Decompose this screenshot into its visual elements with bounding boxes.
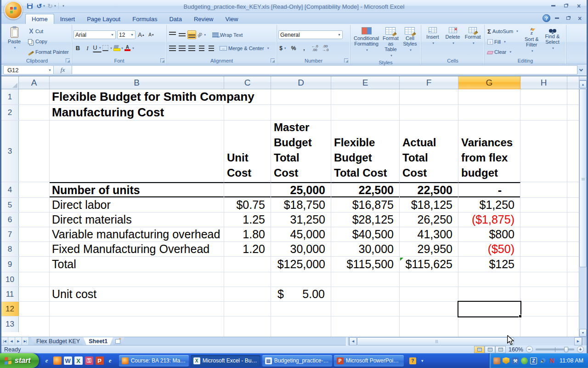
cell-b4[interactable]: Number of units <box>50 182 224 197</box>
cell-d7[interactable]: 45,000 <box>271 227 331 242</box>
cell[interactable] <box>400 287 458 301</box>
cell[interactable] <box>400 272 458 287</box>
cell[interactable] <box>50 316 224 337</box>
cell-d11[interactable]: $ 5.00 <box>271 287 331 301</box>
cell[interactable] <box>520 227 567 242</box>
undo-button[interactable]: ↺ <box>36 2 45 10</box>
font-family-combo[interactable]: Arial▼ <box>74 30 116 39</box>
page-break-view-button[interactable] <box>495 346 506 353</box>
cell[interactable] <box>458 287 520 301</box>
vertical-scrollbar[interactable]: ▲ ▼ <box>579 76 587 337</box>
cell-e5[interactable]: $16,875 <box>331 198 400 212</box>
delete-cells-button[interactable]: Delete <box>443 26 463 57</box>
cell-c8[interactable]: 1.20 <box>224 242 271 256</box>
tab-view[interactable]: View <box>220 14 244 24</box>
fill-button[interactable]: Fill <box>486 39 520 45</box>
column-header-c[interactable]: C <box>224 76 271 89</box>
cell[interactable] <box>19 105 50 120</box>
cell-f8[interactable]: 29,950 <box>400 242 458 256</box>
scroll-right-button[interactable]: ▶ <box>574 337 582 345</box>
shield-icon[interactable] <box>503 357 509 364</box>
align-center-button[interactable] <box>178 44 187 52</box>
zoom-in-button[interactable]: + <box>577 346 584 353</box>
cell[interactable] <box>400 89 458 104</box>
font-color-button[interactable]: A <box>124 44 135 52</box>
cell-g7[interactable]: $800 <box>458 227 520 242</box>
row-header-7[interactable]: 7 <box>1 227 19 242</box>
scroll-up-button[interactable]: ▲ <box>579 80 587 88</box>
cell[interactable] <box>458 316 520 337</box>
borders-button[interactable] <box>102 44 113 52</box>
cell-c5[interactable]: $0.75 <box>224 198 271 212</box>
cell-g6[interactable]: ($1,875) <box>458 213 520 227</box>
word-icon[interactable]: W <box>64 356 72 365</box>
cell-d9[interactable]: $125,000 <box>271 257 331 272</box>
row-header-5[interactable]: 5 <box>1 198 19 212</box>
cell-f6[interactable]: 26,250 <box>400 213 458 227</box>
decrease-indent-button[interactable] <box>197 44 206 52</box>
cell-c6[interactable]: 1.25 <box>224 213 271 227</box>
start-button[interactable]: start <box>0 353 39 368</box>
cell[interactable] <box>224 105 271 120</box>
save-button[interactable] <box>25 2 34 10</box>
cell[interactable] <box>50 272 224 287</box>
cell[interactable] <box>400 316 458 337</box>
row-header-13[interactable]: 13 <box>1 316 19 332</box>
cell[interactable] <box>520 121 567 182</box>
cell[interactable] <box>520 287 567 301</box>
cell-d6[interactable]: 31,250 <box>271 213 331 227</box>
page-layout-view-button[interactable] <box>485 346 495 353</box>
cell[interactable] <box>331 302 400 316</box>
expand-formula-bar-button[interactable] <box>577 65 585 75</box>
underline-button[interactable]: U <box>93 44 102 52</box>
workbook-restore-button[interactable] <box>563 15 573 22</box>
row-header-2[interactable]: 2 <box>1 105 19 120</box>
cell-styles-button[interactable]: Cell Styles <box>401 26 419 60</box>
row-header-6[interactable]: 6 <box>1 213 19 227</box>
cell[interactable] <box>19 257 50 272</box>
split-handle[interactable] <box>579 76 587 80</box>
workbook-close-button[interactable]: × <box>575 15 585 22</box>
tray-agent-icon[interactable] <box>493 357 500 364</box>
row-header-11[interactable]: 11 <box>1 287 19 301</box>
customize-qat-button[interactable] <box>58 3 65 9</box>
cell[interactable] <box>331 89 400 104</box>
tab-split-handle[interactable] <box>346 337 349 345</box>
fill-color-button[interactable] <box>113 44 124 52</box>
cell[interactable] <box>19 89 50 104</box>
internet-explorer-icon[interactable]: e <box>43 356 51 365</box>
cell-b8[interactable]: Fixed Manufacturing Overhead <box>50 242 224 256</box>
cell[interactable] <box>19 272 50 287</box>
align-left-button[interactable] <box>168 44 177 52</box>
cell-e8[interactable]: 30,000 <box>331 242 400 256</box>
format-cells-button[interactable]: Format <box>463 26 483 57</box>
horizontal-scrollbar[interactable]: ◀ ▶ <box>346 337 587 345</box>
format-as-table-button[interactable]: Format as Table <box>381 26 401 60</box>
cell[interactable] <box>271 89 331 104</box>
zoom-slider-handle[interactable] <box>564 347 568 352</box>
normal-view-button[interactable] <box>474 346 485 353</box>
cell[interactable] <box>520 257 567 272</box>
cell-f4[interactable]: 22,500 <box>400 182 458 197</box>
cell[interactable] <box>331 316 400 337</box>
powerpoint-icon[interactable]: P <box>96 356 104 365</box>
column-header-g[interactable]: G <box>458 76 520 89</box>
cell[interactable] <box>331 105 400 120</box>
sort-filter-button[interactable]: Sort & Filter <box>523 26 541 57</box>
row-header-10[interactable]: 10 <box>1 272 19 287</box>
previous-sheet-button[interactable]: ◀ <box>8 337 15 345</box>
cell-f7[interactable]: 41,300 <box>400 227 458 242</box>
workbook-minimize-button[interactable] <box>552 15 562 22</box>
top-align-button[interactable] <box>168 30 177 39</box>
insert-function-button[interactable]: fx <box>54 65 72 75</box>
cell[interactable] <box>520 182 567 197</box>
cell-g5[interactable]: $1,250 <box>458 198 520 212</box>
horizontal-scroll-track[interactable] <box>357 337 574 345</box>
cell[interactable] <box>50 302 224 316</box>
cell-c7[interactable]: 1.80 <box>224 227 271 242</box>
cell[interactable] <box>331 272 400 287</box>
cell[interactable] <box>400 105 458 120</box>
paste-button[interactable]: Paste <box>4 26 25 57</box>
tools-icon[interactable]: ⚒ <box>512 357 519 364</box>
taskbar-button-course[interactable]: Course: BA 213: Man... <box>119 355 189 367</box>
